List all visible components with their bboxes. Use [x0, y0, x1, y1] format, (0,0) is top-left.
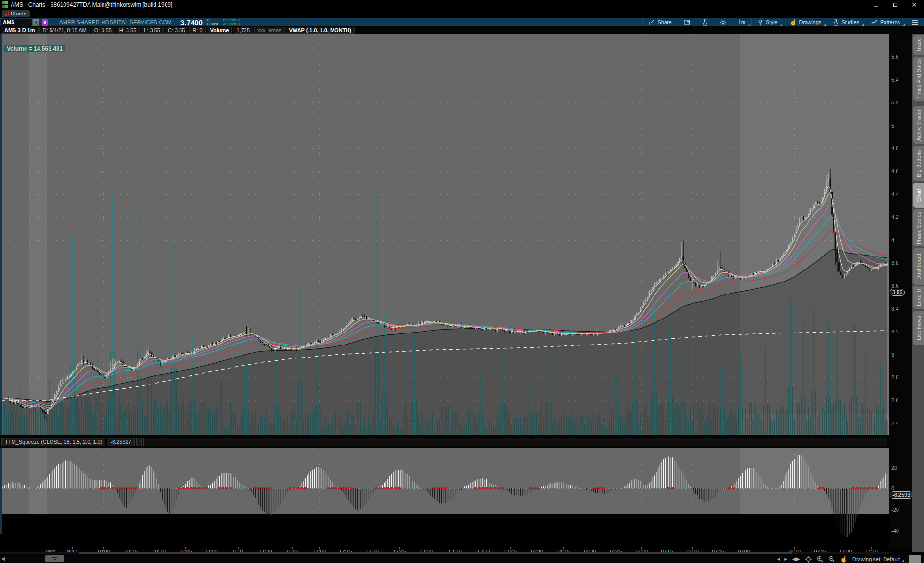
price-axis-label: 5.2	[891, 99, 898, 106]
panel-divider-button[interactable]	[45, 555, 64, 562]
zoom-in-icon[interactable]	[817, 556, 823, 563]
menu-icon	[912, 20, 918, 25]
link-group-number: 9	[43, 20, 46, 25]
last-price: 3.7400	[180, 18, 203, 26]
company-name: AMER SHARED HOSPITAL SERVICES COM	[59, 19, 172, 25]
ohlc-segment: H: 3.55	[116, 27, 140, 34]
price-chart-canvas[interactable]	[0, 34, 889, 549]
ohlc-segment: C: 3.55	[165, 27, 188, 34]
sidebar-tab-level-ii[interactable]: Level II	[913, 286, 924, 309]
drawings-label: Drawings	[799, 19, 821, 25]
drawing-set-selector[interactable]: Drawing set: Default	[852, 556, 904, 562]
lower-study-title[interactable]: TTM_Squeeze (CLOSE, 18, 1.5, 2.0, 1.0)	[1, 438, 105, 446]
lower-study-mini-box[interactable]	[136, 438, 142, 446]
price-axis-label: 4	[891, 237, 894, 243]
patterns-label: Patterns	[880, 19, 900, 25]
lab-button[interactable]	[696, 18, 714, 26]
sidebar-tab-times-and-sales[interactable]: Times And Sales	[913, 57, 924, 101]
share-label: Share	[657, 19, 671, 25]
price-axis-label: 4.8	[891, 145, 898, 152]
right-sidebar: TradeTimes And SalesActive TraderBig But…	[912, 34, 924, 552]
time-axis-tick	[72, 547, 73, 549]
time-axis-tick	[103, 547, 104, 549]
price-axis-label: 5.4	[891, 77, 898, 83]
studies-button[interactable]: Studies	[827, 18, 865, 26]
time-axis-tick	[590, 547, 590, 549]
time-axis-tick	[185, 547, 186, 549]
time-axis-tick	[537, 547, 537, 549]
time-axis-tick	[641, 547, 642, 549]
ohlc-segment: VWAP (-1.0, 1.0, MONTH)	[286, 27, 355, 34]
drawings-button[interactable]: ☝Drawings	[783, 18, 827, 26]
symbol-dropdown-button[interactable]: ▾	[33, 19, 39, 26]
title-bar: AMS - Charts - 686109427TDA Main@thinkor…	[0, 0, 924, 9]
ohlc-segment: D: 5/4/21, 8:15 AM	[39, 27, 90, 34]
share-icon	[649, 19, 655, 26]
time-axis-tick	[238, 547, 239, 549]
timeframe-button[interactable]: 1m	[732, 18, 751, 26]
settings-button[interactable]	[714, 18, 732, 26]
time-axis-tick	[563, 547, 564, 549]
link-group-badge[interactable]: 9	[42, 19, 48, 26]
price-axis-label: 2.4	[891, 420, 898, 427]
tab-row: Charts	[0, 9, 924, 18]
sidebar-tab-chart[interactable]: Chart	[913, 183, 924, 208]
squeeze-axis-label: -20	[891, 506, 899, 513]
share-button[interactable]: Share	[642, 18, 677, 26]
maximize-button[interactable]	[886, 0, 905, 9]
gear-icon	[720, 19, 726, 26]
ohlc-segment: Volume	[207, 27, 232, 34]
crosshair-tool-icon[interactable]	[805, 556, 812, 563]
chart-scrollbar-thumb[interactable]	[79, 552, 792, 554]
lower-study-title-text: TTM_Squeeze (CLOSE, 18, 1.5, 2.0, 1.0)	[5, 439, 102, 445]
note-button[interactable]	[678, 18, 696, 26]
time-axis-tick	[510, 547, 511, 549]
sidebar-tab-active-trader[interactable]: Active Trader	[913, 106, 924, 144]
lower-study-value: -6.25927	[107, 438, 134, 446]
price-axis-label: 4.2	[891, 214, 898, 220]
speaker-icon[interactable]	[2, 556, 8, 562]
time-axis-tick	[319, 547, 320, 549]
style-label: Style	[766, 19, 777, 25]
sidebar-tab-live-news[interactable]: Live News	[913, 311, 924, 345]
ohlc-segment: O: 3.55	[91, 27, 115, 34]
time-axis-tick	[51, 547, 51, 549]
charts-bars-icon	[5, 11, 9, 16]
time-axis-tick	[266, 547, 266, 549]
step-forward-icon[interactable]: ▸	[784, 556, 787, 562]
ohlc-segment: 1,725	[233, 27, 253, 34]
resize-grip[interactable]	[909, 555, 921, 563]
time-axis-tick	[212, 547, 212, 549]
zoom-out-icon[interactable]	[828, 556, 835, 563]
price-axis[interactable]: 5.65.45.254.84.64.44.243.83.63.43.232.82…	[889, 34, 912, 549]
squeeze-axis-label: 20	[891, 464, 897, 471]
sidebar-tab-big-buttons[interactable]: Big Buttons	[913, 146, 924, 181]
expand-horizontal-icon[interactable]: ◀▶	[792, 556, 800, 562]
price-axis-label: 2.8	[891, 374, 898, 381]
window-title: AMS - Charts - 686109427TDA Main@thinkor…	[11, 1, 172, 8]
time-axis-tick	[794, 547, 795, 549]
sidebar-tab-dashboard[interactable]: Dashboard	[913, 248, 924, 285]
style-button[interactable]: Style	[751, 18, 783, 26]
sidebar-tab-phase-scores[interactable]: Phase Scores	[913, 209, 924, 246]
ohlc-segment: xxx_emas	[254, 27, 285, 34]
pan-hand-icon[interactable]: ☝	[840, 555, 847, 563]
status-bar: ◂ ▸ ◀▶ ☝ Drawing set: Default	[0, 555, 924, 563]
minimize-button[interactable]	[866, 0, 886, 9]
patterns-button[interactable]: Patterns	[865, 18, 906, 26]
flask-icon	[833, 19, 839, 26]
sidebar-tab-trade[interactable]: Trade	[913, 35, 924, 55]
menu-button[interactable]	[906, 18, 924, 26]
tab-charts[interactable]: Charts	[2, 10, 30, 17]
volume-readout-label: Volume = 14,563,431	[4, 45, 65, 52]
chart-scrollbar[interactable]	[0, 552, 889, 554]
thinkorswim-window: AMS - Charts - 686109427TDA Main@thinkor…	[0, 0, 924, 563]
time-axis-tick	[399, 547, 400, 549]
ohlc-segment: R: 0	[189, 27, 205, 34]
close-button[interactable]	[905, 0, 924, 9]
step-back-icon[interactable]: ◂	[777, 556, 780, 562]
time-axis-tick	[131, 547, 131, 549]
percent-change: 0.00%	[207, 22, 218, 26]
note-icon	[684, 19, 690, 25]
symbol-input[interactable]: AMS	[1, 19, 33, 26]
